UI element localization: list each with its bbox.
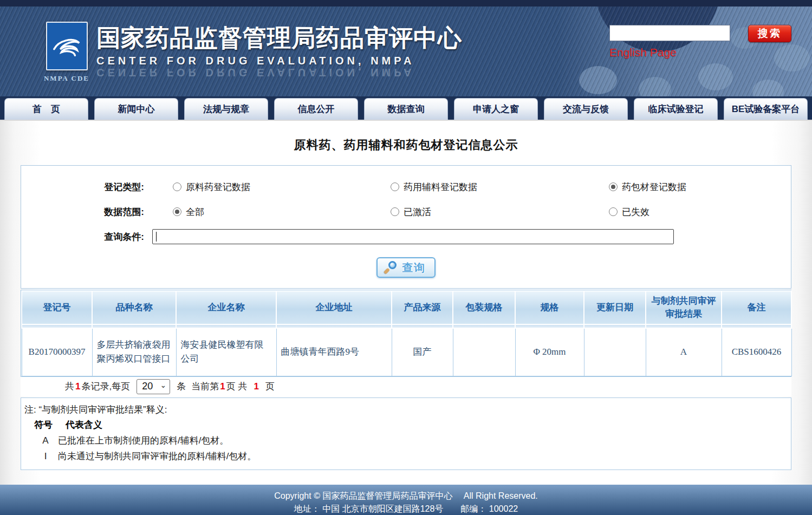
- site-footer: Copyright © 国家药品监督管理局药品审评中心 All Right Re…: [0, 485, 812, 515]
- cell-product-origin: 国产: [392, 328, 453, 376]
- nav-tab-data-query[interactable]: 数据查询: [364, 98, 448, 120]
- radio-packaging-material-data[interactable]: 药包材登记数据: [588, 181, 791, 193]
- col-header-company-name: 企业名称: [176, 291, 276, 324]
- nav-tab-regulations[interactable]: 法规与规章: [184, 98, 268, 120]
- query-button[interactable]: 查询: [376, 257, 436, 278]
- logo[interactable]: NMPA CDE: [42, 22, 91, 83]
- note-meaning-header: 代表含义: [66, 417, 102, 433]
- note-meaning: 已批准在上市制剂使用的原料/辅料/包材。: [58, 433, 229, 448]
- radio-label: 全部: [186, 206, 204, 218]
- pagination-text: 页: [265, 380, 275, 393]
- col-header-update-date: 更新日期: [584, 291, 646, 324]
- search-button[interactable]: 搜索: [748, 25, 791, 42]
- data-range-row: 数据范围: 全部 已激活 已失效: [21, 199, 791, 224]
- cell-spec: Φ 20mm: [515, 328, 584, 376]
- radio-activated[interactable]: 已激活: [370, 206, 588, 218]
- query-condition-input[interactable]: [152, 229, 674, 244]
- note-row-a: A 已批准在上市制剂使用的原料/辅料/包材。: [24, 433, 784, 448]
- button-row: 查询: [21, 253, 791, 282]
- note-symbol: A: [33, 433, 58, 448]
- top-strip: [0, 0, 812, 6]
- cell-remark: CBS1600426: [722, 328, 791, 376]
- pagination-text: 当前第: [191, 380, 219, 393]
- page-root: NMPA CDE 国家药品监督管理局药品审评中心 CENTER FOR DRUG…: [0, 0, 812, 515]
- note-header-row: 符号 代表含义: [24, 417, 784, 433]
- cell-update-date: [584, 328, 646, 376]
- nav-tab-be-trial-platform[interactable]: BE试验备案平台: [724, 98, 808, 120]
- query-condition-row: 查询条件:: [21, 224, 791, 249]
- table-row: B20170000397 多层共挤输液袋用聚丙烯双口管接口 海安县健民橡塑有限公…: [22, 328, 791, 376]
- radio-label: 药包材登记数据: [622, 181, 686, 193]
- nav-tab-clinical-trial-registry[interactable]: 临床试验登记: [634, 98, 718, 120]
- text-caret: [156, 232, 157, 242]
- main-nav: 首 页 新闻中心 法规与规章 信息公开 数据查询 申请人之窗 交流与反馈 临床试…: [0, 96, 812, 121]
- results-table: 登记号 品种名称 企业名称 企业地址 产品来源 包装规格 规格 更新日期 与制剂…: [21, 290, 791, 377]
- total-record-count: 1: [74, 381, 81, 392]
- title-block: 国家药品监督管理局药品审评中心 CENTER FOR DRUG EVALUATI…: [96, 24, 462, 79]
- cde-logo-icon: [46, 22, 88, 70]
- col-header-variety-name: 品种名称: [92, 291, 176, 324]
- footer-copyright: Copyright © 国家药品监督管理局药品审评中心 All Right Re…: [0, 490, 812, 503]
- cell-variety-name: 多层共挤输液袋用聚丙烯双口管接口: [92, 328, 176, 376]
- pagination-text: 条记录,每页: [81, 380, 130, 393]
- radio-raw-material-data[interactable]: 原料药登记数据: [152, 181, 370, 193]
- col-header-remark: 备注: [722, 291, 791, 324]
- page-size-select[interactable]: 20 ⌄: [137, 379, 170, 394]
- radio-icon: [391, 182, 399, 191]
- main-content: 原料药、药用辅料和药包材登记信息公示 登记类型: 原料药登记数据 药用辅料登记数…: [0, 121, 812, 485]
- nav-tab-info-disclosure[interactable]: 信息公开: [274, 98, 358, 120]
- site-subtitle-reflection: CENTER FOR DRUG EVALUATION, NMPA: [96, 67, 462, 79]
- pagination-text: 页 共: [226, 380, 248, 393]
- query-button-label: 查询: [402, 260, 426, 275]
- col-header-registration-no: 登记号: [22, 291, 92, 324]
- radio-icon: [173, 182, 181, 191]
- footer-address: 地址： 中国 北京市朝阳区建国路128号 邮编： 100022: [0, 503, 812, 515]
- table-spacer-row: [22, 324, 791, 328]
- legend-notes: 注: “与制剂共同审评审批结果”释义: 符号 代表含义 A 已批准在上市制剂使用…: [21, 397, 791, 470]
- site-header: NMPA CDE 国家药品监督管理局药品审评中心 CENTER FOR DRUG…: [0, 6, 812, 96]
- page-size-value: 20: [142, 381, 153, 392]
- note-symbol: I: [33, 448, 58, 464]
- table-header-row: 登记号 品种名称 企业名称 企业地址 产品来源 包装规格 规格 更新日期 与制剂…: [22, 291, 791, 324]
- radio-label: 药用辅料登记数据: [404, 181, 477, 193]
- radio-icon: [609, 207, 618, 216]
- radio-icon-checked: [609, 182, 618, 191]
- magnifier-icon: [384, 261, 397, 274]
- note-title: 注: “与制剂共同审评审批结果”释义:: [24, 402, 784, 417]
- reg-type-row: 登记类型: 原料药登记数据 药用辅料登记数据 药包材登记数据: [21, 174, 791, 199]
- cell-joint-review-result: A: [646, 328, 722, 376]
- current-page-number: 1: [219, 381, 226, 392]
- pill-art: [698, 63, 733, 90]
- search-area: 搜索 English Page: [609, 25, 792, 59]
- query-form: 登记类型: 原料药登记数据 药用辅料登记数据 药包材登记数据 数据范围:: [21, 165, 791, 289]
- radio-label: 已激活: [404, 206, 431, 218]
- nav-tab-applicant-window[interactable]: 申请人之窗: [454, 98, 538, 120]
- note-row-i: I 尚未通过与制剂共同审评审批的原料/辅料/包材。: [24, 448, 784, 464]
- note-meaning: 尚未通过与制剂共同审评审批的原料/辅料/包材。: [58, 448, 256, 464]
- nav-tab-home[interactable]: 首 页: [4, 98, 88, 120]
- nav-tab-news[interactable]: 新闻中心: [94, 98, 178, 120]
- site-subtitle: CENTER FOR DRUG EVALUATION, NMPA: [96, 55, 462, 67]
- english-page-link[interactable]: English Page: [609, 46, 677, 59]
- note-symbol-header: 符号: [33, 417, 66, 433]
- query-condition-label: 查询条件:: [21, 231, 152, 243]
- col-header-spec: 规格: [515, 291, 584, 324]
- logo-caption: NMPA CDE: [42, 74, 91, 83]
- radio-label: 已失效: [622, 206, 649, 218]
- total-page-count: 1: [252, 381, 259, 392]
- site-title: 国家药品监督管理局药品审评中心: [96, 24, 462, 52]
- chevron-down-icon: ⌄: [160, 382, 166, 388]
- radio-icon-checked: [173, 207, 181, 216]
- col-header-packaging-spec: 包装规格: [453, 291, 515, 324]
- col-header-product-origin: 产品来源: [392, 291, 453, 324]
- radio-expired[interactable]: 已失效: [588, 206, 791, 218]
- search-input[interactable]: [609, 25, 730, 41]
- pagination: 共1条记录,每页 20 ⌄ 条 当前第1页 共 1 页: [21, 377, 791, 396]
- radio-all[interactable]: 全部: [152, 206, 370, 218]
- radio-excipient-data[interactable]: 药用辅料登记数据: [370, 181, 588, 193]
- magnifier-handle: [384, 268, 390, 274]
- cell-packaging-spec: [453, 328, 515, 376]
- nav-tab-feedback[interactable]: 交流与反馈: [544, 98, 628, 120]
- radio-label: 原料药登记数据: [186, 181, 250, 193]
- data-range-label: 数据范围:: [21, 206, 152, 218]
